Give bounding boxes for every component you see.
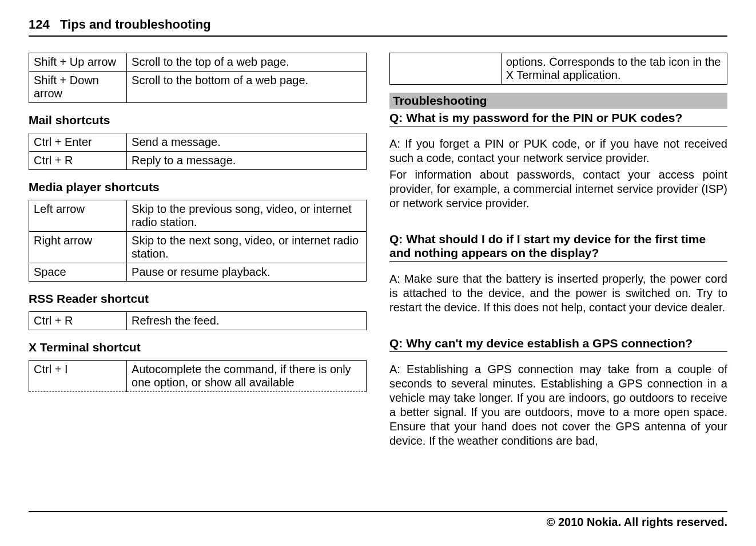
- shortcut-key: Ctrl + R: [29, 152, 127, 170]
- faq-answer-3: A: Establishing a GPS connection may tak…: [389, 362, 727, 448]
- rss-shortcut-heading: RSS Reader shortcut: [29, 292, 367, 306]
- shortcut-key: Left arrow: [29, 200, 127, 232]
- xterm-shortcut-heading: X Terminal shortcut: [29, 341, 367, 354]
- mail-shortcuts-heading: Mail shortcuts: [29, 113, 367, 127]
- shortcut-desc: Skip to the previous song, video, or int…: [127, 200, 367, 232]
- shortcut-desc: Scroll to the bottom of a web page.: [127, 72, 367, 103]
- shortcut-desc: Skip to the next song, video, or interne…: [127, 232, 367, 263]
- shortcut-desc: Autocomplete the command, if there is on…: [127, 361, 367, 392]
- mail-shortcuts-table: Ctrl + Enter Send a message. Ctrl + R Re…: [29, 133, 367, 170]
- faq-answer-1-p2: For information about passwords, contact…: [389, 168, 727, 211]
- faq-answer-1-p1: A: If you forget a PIN or PUK code, or i…: [389, 137, 727, 165]
- troubleshooting-section-bar: Troubleshooting: [389, 93, 727, 109]
- table-row: Ctrl + I Autocomplete the command, if th…: [29, 361, 367, 392]
- page-footer: © 2010 Nokia. All rights reserved.: [29, 511, 727, 529]
- shortcut-key: Ctrl + I: [29, 361, 127, 392]
- shortcut-desc: Send a message.: [127, 133, 367, 152]
- rss-shortcut-table: Ctrl + R Refresh the feed.: [29, 311, 367, 330]
- media-shortcuts-heading: Media player shortcuts: [29, 180, 367, 194]
- xterm-shortcut-table: Ctrl + I Autocomplete the command, if th…: [29, 360, 367, 392]
- shortcut-desc: Refresh the feed.: [127, 312, 367, 330]
- xterm-shortcut-continuation-table: options. Corresponds to the tab icon in …: [389, 53, 727, 85]
- shortcut-key: Shift + Up arrow: [29, 53, 127, 72]
- shortcut-key: Ctrl + Enter: [29, 133, 127, 152]
- table-row: Ctrl + R Reply to a message.: [29, 152, 367, 170]
- faq-question-2: Q: What should I do if I start my device…: [389, 230, 727, 262]
- shortcut-desc: Scroll to the top of a web page.: [127, 53, 367, 72]
- table-row: Shift + Down arrow Scroll to the bottom …: [29, 72, 367, 103]
- faq-answer-2: A: Make sure that the battery is inserte…: [389, 272, 727, 315]
- table-row: Right arrow Skip to the next song, video…: [29, 232, 367, 263]
- table-row: Ctrl + Enter Send a message.: [29, 133, 367, 152]
- table-row: options. Corresponds to the tab icon in …: [390, 53, 727, 85]
- shortcut-key: Space: [29, 263, 127, 282]
- two-column-layout: Shift + Up arrow Scroll to the top of a …: [29, 53, 727, 448]
- table-row: Ctrl + R Refresh the feed.: [29, 312, 367, 330]
- page-header: 124 Tips and troubleshooting: [29, 17, 727, 37]
- table-row: Left arrow Skip to the previous song, vi…: [29, 200, 367, 232]
- table-row: Space Pause or resume playback.: [29, 263, 367, 282]
- document-page: 124 Tips and troubleshooting Shift + Up …: [0, 0, 756, 546]
- media-shortcuts-table: Left arrow Skip to the previous song, vi…: [29, 200, 367, 282]
- empty-cell: [390, 53, 502, 85]
- faq-question-3: Q: Why can't my device establish a GPS c…: [389, 334, 727, 352]
- shortcut-key: Ctrl + R: [29, 312, 127, 330]
- web-shortcuts-table: Shift + Up arrow Scroll to the top of a …: [29, 53, 367, 103]
- section-title: Tips and troubleshooting: [60, 17, 211, 31]
- shortcut-key: Right arrow: [29, 232, 127, 263]
- shortcut-desc: Pause or resume playback.: [127, 263, 367, 282]
- shortcut-desc-continuation: options. Corresponds to the tab icon in …: [501, 53, 727, 85]
- table-row: Shift + Up arrow Scroll to the top of a …: [29, 53, 367, 72]
- shortcut-desc: Reply to a message.: [127, 152, 367, 170]
- shortcut-key: Shift + Down arrow: [29, 72, 127, 103]
- faq-question-1: Q: What is my password for the PIN or PU…: [389, 109, 727, 126]
- left-column: Shift + Up arrow Scroll to the top of a …: [29, 53, 367, 448]
- right-column: options. Corresponds to the tab icon in …: [389, 53, 727, 448]
- page-number: 124: [29, 17, 50, 31]
